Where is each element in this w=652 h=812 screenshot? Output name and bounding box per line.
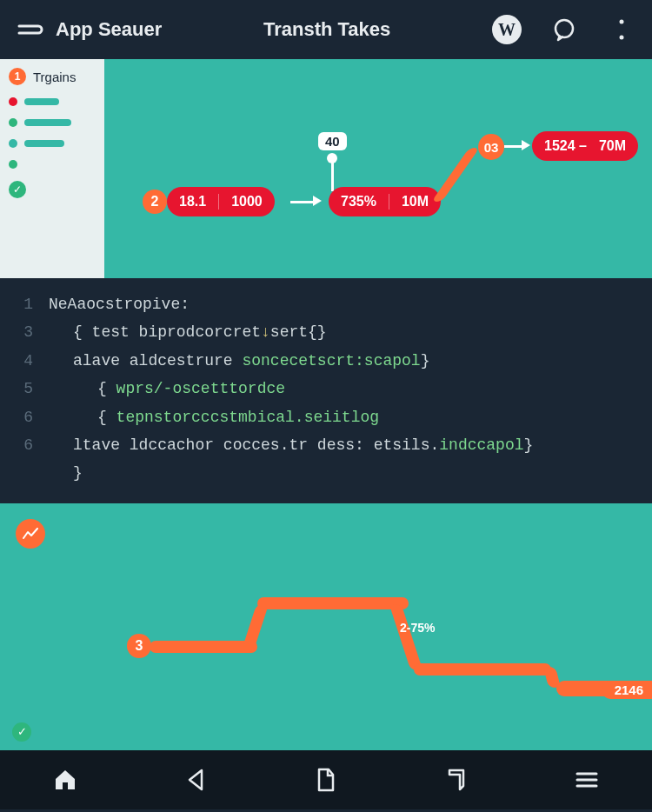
flow-arrow-2 <box>504 145 522 148</box>
code-gutter: 134566 <box>0 290 49 488</box>
flow-pill-2[interactable]: 735% 10M <box>329 187 441 216</box>
svg-point-2 <box>620 36 624 40</box>
flow-mid-label: 40 <box>318 132 347 150</box>
flow2-start-badge: 3 <box>127 634 151 658</box>
flow-connector-diag <box>431 148 479 202</box>
sidebar-item-dot <box>9 97 17 106</box>
app-title-center: Transth Takes <box>162 18 492 41</box>
sidebar-item-bar <box>24 98 59 105</box>
flow-pill-3-b: 70M <box>599 138 626 154</box>
sidebar-item-bar <box>24 119 71 126</box>
sidebar-header-label: Trgains <box>33 70 76 84</box>
sidebar-item-dot <box>9 160 17 169</box>
overflow-menu-icon[interactable] <box>607 15 636 44</box>
nav-home-icon[interactable] <box>48 762 83 797</box>
flow-pill-2-a: 735% <box>341 194 376 210</box>
sidebar-header[interactable]: 1 Trgains <box>9 68 96 85</box>
sidebar-item[interactable] <box>9 160 96 169</box>
bottom-nav <box>0 750 652 809</box>
code-line[interactable]: { tepnstorcccstmbical.seiitlog <box>49 403 652 431</box>
flow-arrow-1 <box>290 201 313 203</box>
flow-pill-2-b: 10M <box>402 194 429 210</box>
flow-panel-2[interactable]: 3 2-75% 2146 ✓ <box>0 503 652 750</box>
sidebar-header-badge: 1 <box>9 68 26 85</box>
svg-point-0 <box>556 20 573 37</box>
app-title-left: App Seauer <box>56 18 162 41</box>
flow2-end-label: 2146 <box>602 681 652 699</box>
svg-point-1 <box>620 20 624 24</box>
sidebar-item[interactable] <box>9 118 96 127</box>
code-line[interactable]: alave aldcestrure soncecetscrt:scapol} <box>49 347 652 375</box>
code-line[interactable]: { wprs/-oscetttordce <box>49 375 652 403</box>
sidebar: 1 Trgains ✓ <box>0 59 104 278</box>
sidebar-item-dot <box>9 139 17 148</box>
panel2-check-icon: ✓ <box>12 722 31 742</box>
chat-icon[interactable] <box>549 15 579 44</box>
back-icon[interactable] <box>16 15 45 44</box>
code-line[interactable]: NeAaocstropive: <box>49 290 652 318</box>
flow-canvas-1[interactable]: 2 18.1 1000 40 735% 10M 03 1524 – 70M <box>104 59 652 278</box>
sidebar-item-bar <box>24 140 64 147</box>
sidebar-item[interactable] <box>9 139 96 148</box>
flow-pill-3[interactable]: 1524 – 70M <box>532 131 638 161</box>
flow-pill-1[interactable]: 18.1 1000 <box>167 187 275 216</box>
nav-back-icon[interactable] <box>178 762 213 797</box>
flow-pill-1-a: 18.1 <box>179 194 206 210</box>
wordpress-icon[interactable]: W <box>492 15 522 44</box>
flow-node-03-badge: 03 <box>478 134 504 160</box>
flow-panel-1: 1 Trgains ✓ 2 18.1 1000 40 735% 10M 03 <box>0 59 652 278</box>
nav-menu-icon[interactable] <box>569 762 604 797</box>
flow-pill-1-b: 1000 <box>231 194 263 210</box>
nav-file-icon[interactable] <box>309 762 343 797</box>
code-line[interactable]: { test biprodcorcret↓sert{} <box>49 318 652 346</box>
flow-node-2-badge: 2 <box>143 190 167 214</box>
sidebar-item-dot <box>9 118 17 127</box>
nav-bookmark-icon[interactable] <box>439 762 474 797</box>
panel2-icon[interactable] <box>16 519 45 549</box>
sidebar-check-icon: ✓ <box>9 181 26 198</box>
sidebar-item[interactable] <box>9 97 96 106</box>
code-line[interactable]: } <box>49 459 652 487</box>
code-line[interactable]: ltave ldccachor cocces.tr dess: etsils.i… <box>49 431 652 459</box>
flow2-mid-label: 2-75% <box>391 618 443 637</box>
code-panel[interactable]: 134566 NeAaocstropive:{ test biprodcorcr… <box>0 278 652 503</box>
flow-pill-3-a: 1524 – <box>544 138 587 154</box>
code-body[interactable]: NeAaocstropive:{ test biprodcorcret↓sert… <box>49 290 652 488</box>
topbar: App Seauer Transth Takes W <box>0 0 652 59</box>
